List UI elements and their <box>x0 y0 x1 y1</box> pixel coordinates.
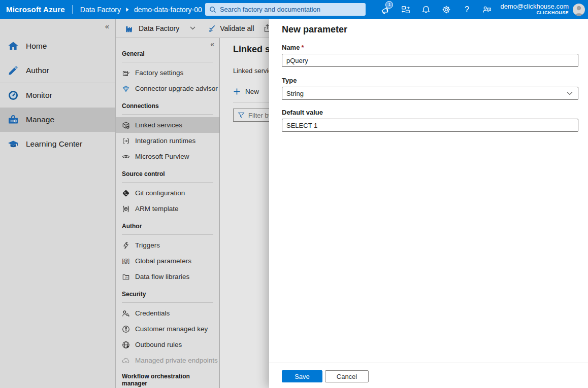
sidebar-item-home[interactable]: Home <box>0 34 115 58</box>
section-source-control: Source control Git configuration ARM tem… <box>116 169 219 217</box>
sidebar-item-customer-managed-key[interactable]: Customer managed key <box>116 321 219 337</box>
breadcrumb-arrow-icon <box>125 7 129 12</box>
type-select-value: String <box>286 90 304 97</box>
name-field[interactable] <box>282 54 578 67</box>
notifications-bell-icon[interactable] <box>420 4 432 16</box>
sidebar-item-outbound-rules[interactable]: Outbound rules <box>116 337 219 352</box>
manage-sidebar: « General Factory settings Connector upg… <box>116 38 220 388</box>
breadcrumb-app[interactable]: Data Factory <box>80 6 121 14</box>
breadcrumb-resource[interactable]: demo-data-factory-00 <box>134 6 205 14</box>
name-label: Name* <box>282 44 304 51</box>
arm-template-icon <box>121 204 130 213</box>
panel-title: New parameter <box>282 24 347 35</box>
gem-icon <box>121 84 130 93</box>
sidebar-item-connector-upgrade-advisor[interactable]: Connector upgrade advisor <box>116 81 219 96</box>
sidebar-item-manage[interactable]: Manage <box>0 108 115 132</box>
section-author: Author Triggers [@] Global parameters fx… <box>116 222 219 285</box>
panel-footer: Save Cancel <box>269 363 588 388</box>
account-info[interactable]: demo@clickhouse.com CLICKHOUSE <box>500 3 569 15</box>
sidebar-item-git-configuration[interactable]: Git configuration <box>116 185 219 201</box>
cancel-button[interactable]: Cancel <box>325 370 369 382</box>
filter-funnel-icon <box>238 112 245 119</box>
left-nav-collapse-icon[interactable]: « <box>105 22 109 30</box>
section-divider <box>122 62 213 62</box>
default-value-label: Default value <box>282 109 323 116</box>
search-box[interactable] <box>205 3 366 16</box>
sidebar-item-author[interactable]: Author <box>0 58 115 83</box>
sidebar-item-credentials[interactable]: Credentials <box>116 305 219 321</box>
account-tenant: CLICKHOUSE <box>500 11 569 16</box>
section-security: Security Credentials Customer managed ke… <box>116 290 219 368</box>
validate-all-icon <box>208 24 216 32</box>
factory-icon <box>125 24 134 33</box>
home-icon <box>7 40 19 52</box>
topbar-icon-group: 1 ? <box>379 4 493 16</box>
sidebar-item-data-flow-libraries[interactable]: fx Data flow libraries <box>116 269 219 285</box>
account-email: demo@clickhouse.com <box>500 3 569 10</box>
globe-icon <box>121 340 130 349</box>
factory-settings-icon <box>121 68 130 77</box>
plus-icon <box>233 88 241 95</box>
feedback-icon[interactable] <box>481 4 493 16</box>
sidebar-item-monitor[interactable]: Monitor <box>0 83 115 108</box>
at-brackets-icon: [@] <box>121 257 130 265</box>
avatar[interactable] <box>573 4 585 16</box>
chevron-down-icon <box>567 91 573 95</box>
factory-toolbar: Data Factory Validate all <box>116 19 269 38</box>
page-title: Linked services <box>233 44 269 55</box>
graduation-cap-icon <box>7 138 19 150</box>
new-parameter-panel: New parameter Name* Type String Default … <box>269 19 588 388</box>
save-button[interactable]: Save <box>282 370 322 382</box>
sidebar-item-triggers[interactable]: Triggers <box>116 237 219 253</box>
sidebar-item-learning-center[interactable]: Learning Center <box>0 132 115 156</box>
linked-services-page: Linked services Linked servic New <box>220 38 269 388</box>
sidebar-item-integration-runtimes[interactable]: Integration runtimes <box>116 133 219 149</box>
section-workflow-orchestration-manager: Workflow orchestration manager <box>116 373 219 387</box>
linked-cube-icon <box>121 121 130 129</box>
sidebar-item-factory-settings[interactable]: Factory settings <box>116 65 219 81</box>
page-description: Linked servic <box>233 67 269 75</box>
validate-all-label: Validate all <box>220 24 254 32</box>
key-circle-icon <box>121 325 130 333</box>
fx-folder-icon: fx <box>121 272 130 281</box>
sidebar-item-managed-private-endpoints[interactable]: Managed private endpoints <box>116 352 219 368</box>
section-divider <box>122 302 213 303</box>
settings-gear-icon[interactable] <box>440 4 452 16</box>
filter-box[interactable] <box>233 109 269 122</box>
announcements-icon[interactable]: 1 <box>379 4 391 16</box>
cloud-icon <box>121 356 130 365</box>
eye-icon <box>121 152 130 161</box>
sidebar-item-arm-template[interactable]: ARM template <box>116 201 219 217</box>
manage-sidebar-collapse-icon[interactable]: « <box>210 40 214 48</box>
help-icon[interactable]: ? <box>461 4 473 16</box>
sidebar-item-linked-services[interactable]: Linked services <box>116 117 219 133</box>
notification-badge: 1 <box>385 1 393 9</box>
section-divider <box>122 182 213 183</box>
toolbar-divider <box>233 102 269 102</box>
lightning-icon <box>121 241 130 250</box>
toolbox-icon <box>7 114 19 126</box>
sidebar-item-global-parameters[interactable]: [@] Global parameters <box>116 253 219 269</box>
switch-view-icon[interactable] <box>400 4 412 16</box>
azure-brand[interactable]: Microsoft Azure <box>6 5 65 14</box>
sidebar-item-microsoft-purview[interactable]: Microsoft Purview <box>116 149 219 164</box>
default-value-field[interactable] <box>282 119 578 132</box>
new-button[interactable]: New <box>233 88 269 95</box>
search-input[interactable] <box>220 6 362 13</box>
type-select[interactable]: String <box>282 87 578 100</box>
section-connections: Connections Linked services Integration … <box>116 101 219 164</box>
person-key-icon <box>121 309 130 318</box>
git-icon <box>121 189 130 197</box>
factory-menu[interactable]: Data Factory <box>125 24 195 33</box>
chevron-down-icon <box>190 26 195 30</box>
type-label: Type <box>282 77 297 84</box>
validate-all-button[interactable]: Validate all <box>208 24 254 32</box>
runtime-icon <box>121 136 130 145</box>
search-icon <box>209 6 216 13</box>
azure-top-bar: Microsoft Azure Data Factory demo-data-f… <box>0 0 588 19</box>
factory-menu-label: Data Factory <box>139 24 179 32</box>
filter-input[interactable] <box>248 112 269 119</box>
gauge-icon <box>7 89 19 101</box>
pencil-icon <box>7 64 19 77</box>
svg-text:fx: fx <box>125 276 128 279</box>
